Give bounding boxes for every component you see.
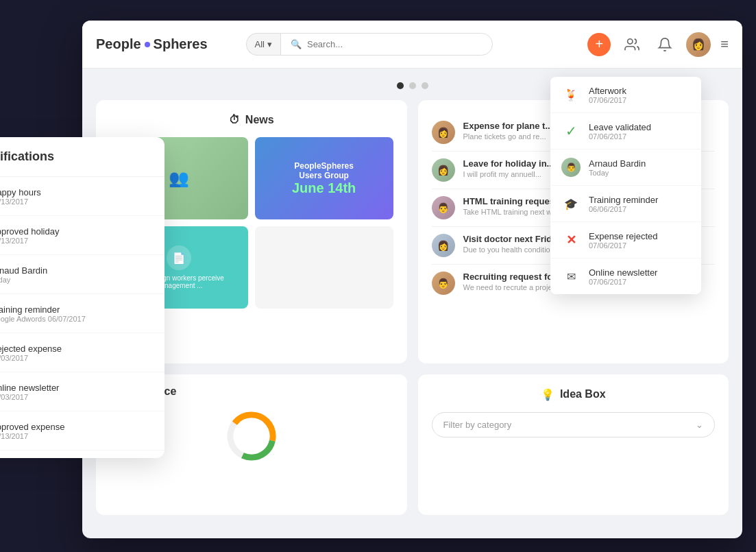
notif-panel-item-4-date: Google Adwords 06/07/2017 <box>0 315 151 323</box>
notif-panel-item-1-title: Happy hours <box>0 187 151 197</box>
notif-panel-item-3-text: Arnaud Bardin Today <box>0 265 151 284</box>
dropdown-leave-date: 07/06/2017 <box>589 132 690 141</box>
notif-panel-item-6-text: Online newsletter 07/03/2017 <box>0 383 151 401</box>
idea-box-title: 💡 Idea Box <box>432 388 716 401</box>
article-icon: 📄 <box>172 252 186 265</box>
dropdown-newsletter-text: Online newsletter 07/06/2017 <box>589 267 690 286</box>
user-avatar[interactable]: 👩 <box>686 32 711 57</box>
envelope-icon: ✉ <box>561 267 581 286</box>
search-input-wrap: 🔍 <box>280 33 493 56</box>
svg-point-0 <box>628 38 633 43</box>
notif-panel-item-7-text: Approved expense 07/13/2017 <box>0 422 151 440</box>
right-notif-1-avatar: 👩 <box>432 121 455 144</box>
notif-panel-item-1-date: 07/13/2017 <box>0 197 151 206</box>
filter-chevron-icon: ▾ <box>267 39 272 49</box>
event-date: June 14th <box>292 180 356 196</box>
right-notif-4-avatar: 👩 <box>432 234 455 257</box>
logo-dot <box>145 42 150 47</box>
notif-panel-item-8[interactable]: 👩 Jenny Schmidt 07/13/2017 <box>0 451 164 451</box>
dropdown-afterwork-text: Afterwork 07/06/2017 <box>589 86 690 104</box>
dropdown-arnaud-text: Arnaud Bardin Today <box>589 158 690 177</box>
add-icon: + <box>595 36 603 52</box>
dropdown-item-expense-rejected[interactable]: ✕ Expense rejected 07/06/2017 <box>550 222 701 259</box>
dropdown-newsletter-title: Online newsletter <box>589 267 690 278</box>
carousel-dot-3[interactable] <box>422 82 428 89</box>
news-card-title: ⏱ News <box>110 114 393 126</box>
search-input[interactable] <box>307 39 483 49</box>
news-item-empty <box>255 226 393 309</box>
search-icon: 🔍 <box>291 39 302 49</box>
filter-category-placeholder: Filter by category <box>443 420 512 430</box>
dropdown-training-date: 06/06/2017 <box>589 205 690 213</box>
news-icon: ⏱ <box>229 114 240 126</box>
donut-chart <box>224 409 279 464</box>
news-photo-icon: 👥 <box>169 169 189 188</box>
notif-panel-item-3[interactable]: 👨 Arnaud Bardin Today <box>0 255 164 294</box>
notif-panel-item-3-title: Arnaud Bardin <box>0 265 151 276</box>
notif-panel-item-6[interactable]: ✉ Online newsletter 07/03/2017 <box>0 372 164 411</box>
graduation-icon: 🎓 <box>561 194 581 213</box>
filter-category-chevron-icon: ⌄ <box>696 420 703 430</box>
dropdown-expense-title: Expense rejected <box>589 231 690 241</box>
right-notif-2-avatar: 👩 <box>432 158 455 182</box>
right-notif-3-avatar: 👨 <box>432 196 455 219</box>
notif-panel-item-2-date: 07/13/2017 <box>0 237 151 245</box>
x-red-icon: ✕ <box>561 230 581 250</box>
carousel-dot-1[interactable] <box>397 82 404 89</box>
logo: PeopleSpheres <box>96 36 208 52</box>
dropdown-item-arnaud[interactable]: 👨 Arnaud Bardin Today <box>550 149 701 186</box>
search-filter-dropdown[interactable]: All ▾ <box>246 33 280 56</box>
notif-panel-header: ← Notifications <box>0 137 164 177</box>
arnaud-avatar-icon: 👨 <box>561 158 581 177</box>
idea-box-title-text: Idea Box <box>560 388 606 400</box>
notif-panel-item-6-title: Online newsletter <box>0 383 151 393</box>
notif-panel-item-4[interactable]: 🎓 Training reminder Google Adwords 06/07… <box>0 294 164 333</box>
carousel-dot-2[interactable] <box>409 82 416 89</box>
notif-panel-title: Notifications <box>0 149 54 164</box>
notif-panel-item-5-title: Rejected expense <box>0 344 151 354</box>
search-container: All ▾ 🔍 <box>246 33 493 56</box>
notif-panel-item-1[interactable]: 🍹 Happy hours 07/13/2017 <box>0 177 164 216</box>
dropdown-item-afterwork[interactable]: 🍹 Afterwork 07/06/2017 <box>550 77 701 113</box>
notif-panel-item-7-title: Approved expense <box>0 422 151 432</box>
app-window: PeopleSpheres All ▾ 🔍 + <box>82 21 742 538</box>
news-item-event[interactable]: PeopleSpheres Users Group June 14th <box>255 137 393 219</box>
dropdown-afterwork-title: Afterwork <box>589 86 690 96</box>
notif-panel-item-6-date: 07/03/2017 <box>0 393 151 401</box>
check-green-icon: ✓ <box>561 121 581 141</box>
filter-category-dropdown[interactable]: Filter by category ⌄ <box>432 412 716 437</box>
notif-panel-item-2[interactable]: ✓ Approved holiday 07/13/2017 <box>0 216 164 255</box>
notif-panel-item-7-date: 07/13/2017 <box>0 432 151 440</box>
notif-panel-item-5-date: 07/03/2017 <box>0 354 151 362</box>
notif-panel-item-5[interactable]: ✕ Rejected expense 07/03/2017 <box>0 333 164 372</box>
notif-panel-item-4-text: Training reminder Google Adwords 06/07/2… <box>0 304 151 323</box>
dropdown-item-training[interactable]: 🎓 Training reminder 06/06/2017 <box>550 186 701 222</box>
notifications-panel: ← Notifications 🍹 Happy hours 07/13/2017… <box>0 137 164 458</box>
notif-panel-item-1-text: Happy hours 07/13/2017 <box>0 187 151 206</box>
bell-icon[interactable] <box>653 33 676 56</box>
notif-panel-item-5-text: Rejected expense 07/03/2017 <box>0 344 151 362</box>
news-title-text: News <box>245 114 274 126</box>
avatar-face: 👩 <box>686 32 711 57</box>
dropdown-leave-text: Leave validated 07/06/2017 <box>589 122 690 141</box>
dropdown-item-newsletter[interactable]: ✉ Online newsletter 07/06/2017 <box>550 259 701 294</box>
dropdown-leave-title: Leave validated <box>589 122 690 132</box>
dropdown-item-leave-validated[interactable]: ✓ Leave validated 07/06/2017 <box>550 113 701 149</box>
logo-text-people: People <box>96 36 141 52</box>
notif-panel-item-3-date: Today <box>0 276 151 284</box>
dropdown-training-text: Training reminder 06/06/2017 <box>589 195 690 213</box>
dropdown-afterwork-date: 07/06/2017 <box>589 96 690 104</box>
dropdown-expense-date: 07/06/2017 <box>589 241 690 250</box>
add-button[interactable]: + <box>587 33 611 56</box>
event-org: PeopleSpheres <box>292 161 356 171</box>
header: PeopleSpheres All ▾ 🔍 + <box>82 21 742 69</box>
dropdown-expense-text: Expense rejected 07/06/2017 <box>589 231 690 250</box>
notif-panel-item-7[interactable]: ✓ Approved expense 07/13/2017 <box>0 411 164 451</box>
hamburger-menu[interactable]: ≡ <box>720 36 729 52</box>
dropdown-arnaud-title: Arnaud Bardin <box>589 158 690 169</box>
notif-panel-item-2-text: Approved holiday 07/13/2017 <box>0 226 151 245</box>
notif-panel-list: 🍹 Happy hours 07/13/2017 ✓ Approved holi… <box>0 177 164 451</box>
people-icon[interactable] <box>620 33 644 56</box>
event-content: PeopleSpheres Users Group June 14th <box>292 161 356 196</box>
dropdown-newsletter-date: 07/06/2017 <box>589 278 690 286</box>
